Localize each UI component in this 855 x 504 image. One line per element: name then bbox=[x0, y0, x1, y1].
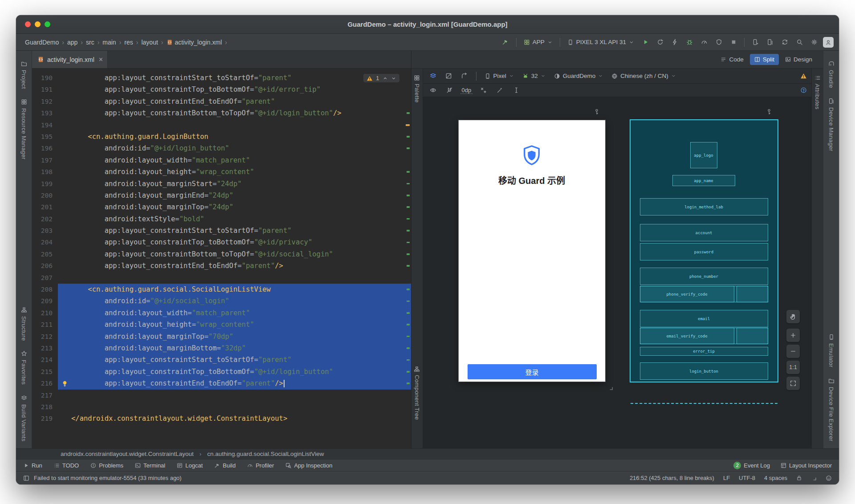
tool-window-button-logcat[interactable]: Logcat bbox=[177, 462, 203, 469]
blueprint-error_tip[interactable]: error_tip bbox=[640, 347, 768, 356]
code-line[interactable]: 213 android:layout_marginBottom="32dp" bbox=[32, 342, 411, 354]
code-line[interactable]: 211 android:layout_height="wrap_content" bbox=[32, 319, 411, 330]
layout-warning-icon[interactable] bbox=[800, 73, 807, 79]
tool-window-button-structure[interactable]: Structure bbox=[20, 307, 27, 341]
sync-project-button[interactable] bbox=[779, 37, 790, 48]
vcs-change-mark[interactable] bbox=[407, 242, 410, 244]
vcs-change-mark[interactable] bbox=[407, 218, 410, 220]
device-manager-button[interactable] bbox=[749, 37, 761, 48]
tool-window-button-component-tree[interactable]: Component Tree bbox=[414, 366, 420, 420]
code-line[interactable]: 208 <cn.authing.guard.social.SocialLogin… bbox=[32, 284, 411, 295]
intention-bulb-icon[interactable] bbox=[61, 380, 68, 387]
code-line[interactable]: 194 bbox=[32, 119, 411, 131]
vcs-change-mark[interactable] bbox=[407, 183, 410, 185]
zoom-to-fit-button[interactable] bbox=[786, 377, 800, 390]
code-line[interactable]: 197 android:layout_width="match_parent" bbox=[32, 154, 411, 166]
line-separator[interactable]: LF bbox=[723, 475, 730, 481]
tool-window-button-event-log[interactable]: 2Event Log bbox=[733, 462, 770, 469]
run-configuration-select[interactable]: APP bbox=[521, 38, 555, 46]
select-design-surface-button[interactable] bbox=[443, 71, 455, 81]
device-select[interactable]: PIXEL 3 XL API 31 bbox=[565, 38, 636, 46]
debug-button[interactable] bbox=[684, 37, 695, 48]
mode-design[interactable]: Design bbox=[781, 54, 817, 65]
code-line[interactable]: 210 android:layout_width="match_parent" bbox=[32, 307, 411, 319]
blueprint-phone_verify_code[interactable]: phone_verify_code bbox=[640, 286, 734, 302]
code-line[interactable]: 192 app:layout_constraintEnd_toEndOf="pa… bbox=[32, 96, 411, 107]
device-selector[interactable]: Pixel bbox=[482, 72, 516, 80]
code-editor[interactable]: 190 app:layout_constraintStart_toStartOf… bbox=[32, 69, 411, 448]
code-line[interactable]: 209 android:id="@+id/social_login" bbox=[32, 295, 411, 307]
attach-profiler-button[interactable] bbox=[713, 37, 725, 48]
zoom-window-button[interactable] bbox=[45, 21, 50, 27]
blueprint-email[interactable]: email bbox=[640, 310, 768, 327]
next-warning-icon[interactable] bbox=[391, 76, 396, 81]
code-line[interactable]: 212 android:layout_marginTop="70dp" bbox=[32, 331, 411, 342]
settings-button[interactable] bbox=[808, 37, 820, 48]
vcs-change-mark[interactable] bbox=[407, 136, 410, 138]
tool-window-button-attributes[interactable]: Attributes bbox=[814, 75, 821, 110]
code-line[interactable]: 202 android:textStyle="bold" bbox=[32, 213, 411, 225]
blueprint-login_method_lab[interactable]: login_method_lab bbox=[640, 198, 768, 215]
build-button[interactable] bbox=[500, 37, 511, 48]
code-line[interactable]: 219</androidx.constraintlayout.widget.Co… bbox=[32, 413, 411, 424]
vcs-change-mark[interactable] bbox=[407, 336, 410, 337]
profile-button[interactable] bbox=[698, 37, 710, 48]
tool-window-button-app-inspection[interactable]: App Inspection bbox=[285, 462, 332, 469]
tool-window-button-device-file-explorer[interactable]: Device File Explorer bbox=[828, 378, 835, 441]
zoom-in-button[interactable] bbox=[786, 329, 800, 342]
default-margin-select[interactable]: 0dp bbox=[460, 87, 473, 94]
vcs-change-mark[interactable] bbox=[407, 253, 410, 255]
code-line[interactable]: 193 app:layout_constraintBottom_toTopOf=… bbox=[32, 107, 411, 119]
tool-window-button-device-manager[interactable]: Device Manager bbox=[828, 98, 835, 151]
view-options-button[interactable] bbox=[428, 71, 439, 81]
blueprint-app_name[interactable]: app_name bbox=[672, 175, 735, 186]
warning-stripe-mark[interactable] bbox=[406, 124, 410, 126]
breadcrumb-file[interactable]: activity_login.xml bbox=[165, 38, 224, 47]
prev-warning-icon[interactable] bbox=[383, 76, 388, 81]
tool-window-button-problems[interactable]: Problems bbox=[90, 462, 123, 469]
code-line[interactable]: 207 bbox=[32, 272, 411, 284]
blueprint-account[interactable]: account bbox=[640, 224, 768, 241]
tool-window-button-palette[interactable]: Palette bbox=[414, 75, 420, 103]
breadcrumb-item[interactable]: main bbox=[101, 38, 118, 47]
breadcrumb-item[interactable]: app bbox=[65, 38, 79, 47]
pack-align-button[interactable] bbox=[510, 85, 522, 96]
code-line[interactable]: 218 bbox=[32, 401, 411, 413]
mode-code[interactable]: Code bbox=[716, 54, 748, 65]
apply-code-changes-button[interactable] bbox=[669, 37, 680, 48]
view-options-surface-button[interactable] bbox=[428, 85, 439, 96]
vcs-change-mark[interactable] bbox=[407, 230, 410, 232]
code-line[interactable]: 201 android:layout_marginTop="24dp" bbox=[32, 201, 411, 213]
vcs-change-mark[interactable] bbox=[407, 171, 410, 173]
vcs-change-mark[interactable] bbox=[407, 289, 410, 290]
code-line[interactable]: 215 app:layout_constraintTop_toBottomOf=… bbox=[32, 366, 411, 378]
tool-window-button-favorites[interactable]: Favorites bbox=[20, 350, 27, 385]
readonly-lock-icon[interactable] bbox=[796, 475, 802, 481]
file-encoding[interactable]: UTF-8 bbox=[739, 475, 755, 481]
code-line[interactable]: 203 app:layout_constraintStart_toStartOf… bbox=[32, 225, 411, 236]
blueprint-email_verify_code[interactable]: email_verify_code bbox=[640, 328, 734, 344]
inspections-widget[interactable]: 1 bbox=[363, 74, 399, 82]
stop-button[interactable] bbox=[728, 37, 739, 48]
breadcrumb-item[interactable]: GuardDemo bbox=[23, 38, 61, 47]
tool-window-button-project[interactable]: Project bbox=[20, 61, 27, 89]
zoom-out-button[interactable] bbox=[786, 345, 800, 358]
tool-window-button-resource-manager[interactable]: Resource Manager bbox=[20, 99, 27, 159]
tool-window-button-build-variants[interactable]: Build Variants bbox=[20, 395, 27, 441]
blueprint-box[interactable] bbox=[737, 328, 768, 344]
locale-selector[interactable]: Chinese (zh / CN) bbox=[609, 72, 678, 80]
code-line[interactable]: 217 bbox=[32, 390, 411, 401]
vcs-change-mark[interactable] bbox=[407, 382, 410, 384]
vcs-change-mark[interactable] bbox=[407, 206, 410, 208]
tool-window-button-run[interactable]: Run bbox=[23, 462, 42, 469]
code-line[interactable]: 191 app:layout_constraintTop_toBottomOf=… bbox=[32, 84, 411, 95]
component-breadcrumb-item[interactable]: androidx.constraintlayout.widget.Constra… bbox=[59, 450, 195, 458]
enable-autoconnect-button[interactable] bbox=[444, 85, 456, 96]
login-button-preview[interactable]: 登录 bbox=[468, 364, 597, 379]
vcs-change-mark[interactable] bbox=[407, 324, 410, 325]
tool-window-button-build[interactable]: Build bbox=[214, 462, 236, 469]
tab-activity-login-xml[interactable]: activity_login.xml × bbox=[32, 51, 108, 68]
code-line[interactable]: 195 <cn.authing.guard.LoginButton bbox=[32, 131, 411, 142]
vcs-change-mark[interactable] bbox=[407, 312, 410, 314]
clear-all-constraints-button[interactable] bbox=[477, 85, 489, 96]
